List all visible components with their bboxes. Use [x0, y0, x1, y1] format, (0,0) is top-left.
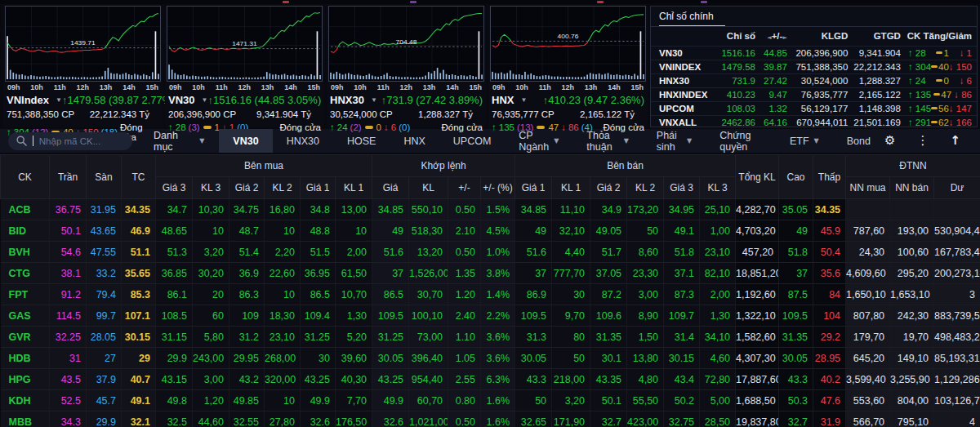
- board-row-ctg[interactable]: CTG38.133.235.6536.8530,2036.922,6036.95…: [1, 263, 980, 284]
- time-label: 11h: [216, 83, 228, 91]
- tab-bond[interactable]: Bond: [833, 129, 884, 153]
- board-row-gas[interactable]: GAS114.599.7107.1108.56010918,30109.41,3…: [1, 305, 980, 327]
- cell-low: 29.2: [813, 327, 846, 348]
- cell-buy-5: 7,70: [336, 390, 372, 411]
- board-row-bvh[interactable]: BVH54.647.5551.151.33,2051.42,2051.52,00…: [1, 242, 980, 263]
- subcol-kl-2: KL 2: [627, 177, 664, 199]
- chevron-down-icon[interactable]: ▼: [371, 96, 377, 104]
- cell-foreign-1: 1,653,10: [890, 284, 934, 305]
- search-input[interactable]: [39, 136, 124, 146]
- group-buy-side: Bên mua: [156, 155, 372, 177]
- tab-hose[interactable]: HOSE: [333, 129, 390, 153]
- cell-sell-1: 9,70: [552, 305, 590, 327]
- tab-phái-sinh[interactable]: Phái sinh▼: [643, 129, 706, 153]
- indices-row-hnxindex[interactable]: HNXINDEX410.239.4776,935,7772,165.122↑ 1…: [651, 87, 977, 101]
- watchlist-menu[interactable]: Danh mục ▼: [132, 130, 219, 153]
- time-axis: 09h10h11h12h13h14h15h: [5, 82, 161, 91]
- cell-total-volume: 4,703,20: [736, 220, 779, 242]
- time-label: 13h: [261, 83, 274, 91]
- cell-buy-3: 22,60: [265, 263, 301, 284]
- tab-cp-ngành[interactable]: CP Ngành▼: [505, 129, 572, 153]
- cell-foreign-0: 807,80: [846, 305, 890, 327]
- cell-buy-5: 40,30: [336, 369, 372, 390]
- cell-sell-4: 30.15: [664, 348, 700, 369]
- board-row-kdh[interactable]: KDH52.545.749.149.81,2049.851049.97,7049…: [1, 390, 980, 411]
- tab-vn30[interactable]: VN30: [219, 129, 272, 153]
- time-label: 11h: [54, 83, 66, 91]
- subcol--: +/- (%): [481, 177, 515, 199]
- cell-buy-3: 10: [265, 284, 301, 305]
- board-row-hpg[interactable]: HPG43.537.940.743.153,0043.2320,0043.254…: [1, 369, 980, 390]
- cell-match-2: 2.10: [448, 220, 481, 242]
- tab-thỏa-thuận[interactable]: Thỏa thuận▼: [572, 129, 643, 153]
- flat-group: 0: [936, 76, 948, 86]
- cell-foreign-1: 795,10: [890, 411, 934, 427]
- collapse-up-arrow-icon[interactable]: ↑: [950, 135, 960, 147]
- board-row-gvr[interactable]: GVR32.2528.0530.1531.155,8031.223,1031.2…: [1, 327, 980, 348]
- chevron-down-icon[interactable]: ▼: [520, 96, 527, 104]
- cell-match-3: 3.6%: [481, 327, 515, 348]
- indices-table-header: Chỉ số ◄+/-► KLGD GTGD CK Tăng/Giảm: [651, 27, 977, 46]
- cell-low: 35.6: [813, 263, 846, 284]
- up-arrow-icon: ↑: [381, 94, 387, 106]
- board-row-mbb[interactable]: MBB34.329.932.132.544,6032.5527,8032.617…: [1, 411, 980, 427]
- cell-total-volume: 457,20: [736, 242, 779, 263]
- board-row-hdb[interactable]: HDB31272929.9243,0029.95268,003039,6030.…: [1, 348, 980, 369]
- cell-buy-1: 3,20: [193, 242, 229, 263]
- indices-row-hnx30[interactable]: HNX30731.927.4230,524,0001,288.327↑ 24 0…: [651, 73, 977, 87]
- cell-buy-2: 36.9: [229, 263, 265, 284]
- indices-row-upcom[interactable]: UPCOM108.031.3256,129,1771,148.398↑ 145 …: [651, 101, 977, 115]
- cell-sell-4: 34.95: [664, 199, 700, 220]
- tab-hnx30[interactable]: HNX30: [273, 129, 333, 153]
- cell-floor: 37.9: [87, 369, 122, 390]
- cell-sell-5: 34,10: [700, 327, 736, 348]
- tab-upcom[interactable]: UPCOM: [439, 129, 506, 153]
- cell-low: 31.9: [813, 411, 846, 427]
- cell-high: 35.05: [779, 199, 813, 220]
- cell-high: 32.7: [779, 411, 813, 427]
- cell-ceiling: 54.6: [50, 242, 87, 263]
- cell-buy-4: 36.95: [301, 263, 336, 284]
- index-klgd: 56,129,177: [792, 101, 853, 115]
- board-row-acb[interactable]: ACB36.7531.9534.3534.710,3034.7516,8034.…: [1, 199, 980, 220]
- cell-sell-4: 32.75: [664, 411, 700, 427]
- index-gtgd: 21,501.169: [853, 115, 906, 129]
- tab-chứng-quyền[interactable]: Chứng quyền: [706, 129, 776, 153]
- tab-hnx[interactable]: HNX: [390, 129, 439, 153]
- cell-sell-1: 171,90: [552, 411, 590, 427]
- tab-etf[interactable]: ETF▼: [776, 129, 833, 153]
- cell-match-3: 2.2%: [481, 305, 515, 327]
- ticker-search[interactable]: [8, 132, 132, 150]
- cell-match-1: 73,00: [409, 327, 448, 348]
- cell-buy-0: 43.15: [156, 369, 193, 390]
- cell-sell-1: 777,70: [552, 263, 590, 284]
- cell-match-1: 550,10: [409, 199, 448, 220]
- settings-gear-icon[interactable]: ⚙: [884, 135, 895, 147]
- cell-match-0: 43.25: [372, 369, 409, 390]
- cell-reference: 30.15: [122, 327, 156, 348]
- cell-match-2: 1.35: [448, 263, 481, 284]
- board-row-fpt[interactable]: FPT91.279.485.386.12086.31086.510,7086.5…: [1, 284, 980, 305]
- chevron-down-icon[interactable]: ▼: [56, 96, 62, 104]
- top-strip: [0, 0, 980, 4]
- indices-row-vnindex[interactable]: VNINDEX1479.5839.87751,388,35022,212.343…: [651, 60, 977, 73]
- index-value: 731.9: [714, 73, 760, 87]
- cell-buy-2: 109: [229, 305, 265, 327]
- subcol-kl: KL: [409, 177, 448, 199]
- more-options-kebab-icon[interactable]: ⋮: [916, 135, 929, 147]
- indices-row-vnxall[interactable]: VNXALL2462.8664.16670,944,01121,501.169↑…: [651, 115, 977, 129]
- cell-match-0: 109.5: [372, 305, 409, 327]
- down-arrow-icon: ↓: [949, 62, 954, 72]
- chevron-down-icon[interactable]: ▼: [202, 96, 208, 104]
- index-name: VNIndex: [7, 94, 49, 106]
- indices-row-vn30[interactable]: VN301516.1644.85206,396,9009,341.904↑ 28…: [651, 46, 977, 60]
- tab-main-indices[interactable]: Chỉ số chính: [651, 7, 977, 27]
- price-chart-vnindex: 1439.71: [5, 6, 161, 82]
- cell-low: 84: [813, 284, 846, 305]
- cell-buy-0: 29.9: [156, 348, 193, 369]
- board-row-bid[interactable]: BID50.143.6546.948.651048.71048.81049518…: [1, 220, 980, 242]
- cell-reference: 49.1: [122, 390, 156, 411]
- subcol-gi-2: Giá 2: [229, 177, 265, 199]
- advance-group: ↑ 291: [908, 118, 931, 127]
- cell-buy-5: 61,50: [336, 263, 372, 284]
